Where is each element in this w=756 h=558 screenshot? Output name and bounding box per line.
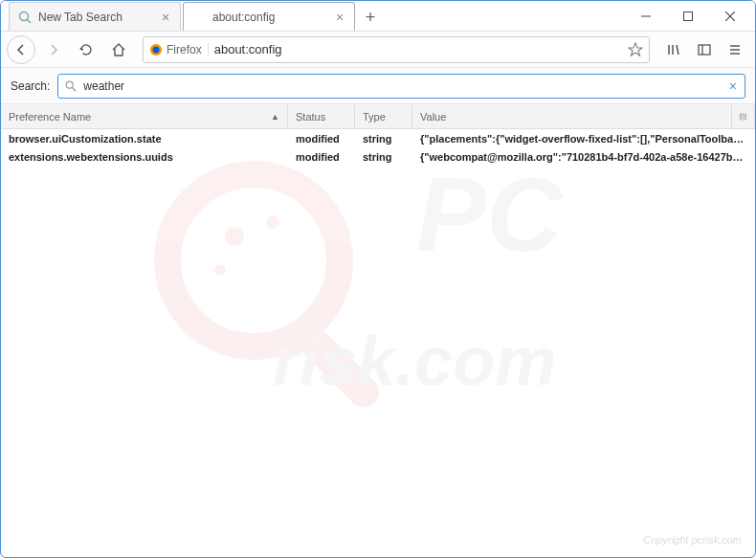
pref-name: extensions.webextensions.uuids	[1, 151, 288, 163]
pref-name: browser.uiCustomization.state	[1, 133, 288, 145]
new-tab-button[interactable]: +	[357, 4, 384, 31]
watermark: PC risk.com	[129, 126, 627, 433]
svg-rect-22	[289, 318, 385, 413]
preference-rows: browser.uiCustomization.state modified s…	[1, 129, 755, 166]
tab-newtab-search[interactable]: New Tab Search ×	[9, 2, 181, 31]
url-bar[interactable]: Firefox about:config	[143, 36, 650, 63]
table-row[interactable]: browser.uiCustomization.state modified s…	[1, 129, 755, 147]
header-preference-name[interactable]: Preference Name ▲	[1, 104, 288, 128]
forward-button[interactable]	[39, 35, 68, 64]
maximize-button[interactable]	[667, 2, 709, 31]
tab-title: New Tab Search	[38, 11, 159, 24]
tab-title: about:config	[212, 11, 333, 24]
svg-rect-11	[699, 45, 710, 55]
svg-point-23	[225, 227, 244, 246]
search-input[interactable]	[83, 79, 726, 93]
titlebar: New Tab Search × about:config × +	[1, 1, 755, 32]
search-icon	[64, 79, 78, 93]
sort-asc-icon: ▲	[271, 112, 279, 122]
svg-line-10	[677, 45, 678, 55]
close-icon[interactable]: ×	[159, 11, 172, 24]
search-icon	[17, 10, 33, 25]
table-row[interactable]: extensions.webextensions.uuids modified …	[1, 147, 755, 166]
pref-status: modified	[288, 133, 355, 145]
column-picker-button[interactable]	[732, 104, 755, 128]
window-controls	[625, 1, 755, 31]
menu-button[interactable]	[721, 35, 749, 64]
back-button[interactable]	[7, 35, 35, 64]
header-status[interactable]: Status	[288, 104, 355, 128]
svg-point-24	[266, 215, 279, 229]
search-label: Search:	[11, 79, 50, 93]
library-button[interactable]	[659, 35, 688, 64]
reload-button[interactable]	[72, 35, 100, 64]
identity-label: Firefox	[167, 43, 202, 56]
svg-text:risk.com: risk.com	[273, 323, 556, 399]
svg-text:PC: PC	[416, 155, 564, 273]
minimize-button[interactable]	[625, 2, 667, 31]
sidebar-button[interactable]	[690, 35, 719, 64]
config-search-box[interactable]: ×	[57, 74, 745, 99]
pref-status: modified	[288, 151, 355, 163]
url-text: about:config	[214, 42, 628, 56]
svg-line-17	[73, 87, 77, 91]
svg-rect-18	[741, 114, 746, 120]
clear-search-icon[interactable]: ×	[727, 78, 739, 94]
nav-toolbar: Firefox about:config	[1, 32, 755, 68]
bookmark-star-icon[interactable]	[628, 42, 643, 57]
pref-value: {"placements":{"widget-overflow-fixed-li…	[412, 133, 755, 145]
svg-rect-3	[684, 11, 693, 20]
window-close-button[interactable]	[709, 2, 751, 31]
svg-point-0	[20, 11, 29, 20]
close-icon[interactable]: ×	[333, 11, 346, 24]
toolbar-right	[659, 35, 749, 64]
svg-point-21	[167, 174, 340, 346]
copyright-text: Copyright pcrisk.com	[643, 534, 742, 546]
home-button[interactable]	[104, 35, 133, 64]
column-headers: Preference Name ▲ Status Type Value	[1, 104, 755, 129]
tab-strip: New Tab Search × about:config × +	[1, 1, 625, 31]
svg-line-1	[28, 19, 32, 23]
header-value[interactable]: Value	[412, 104, 732, 128]
svg-point-16	[67, 81, 74, 88]
svg-point-25	[214, 264, 226, 276]
pref-type: string	[355, 151, 412, 163]
header-type[interactable]: Type	[355, 104, 412, 128]
identity-box[interactable]: Firefox	[149, 43, 209, 56]
svg-point-7	[153, 46, 160, 53]
config-search-row: Search: ×	[1, 68, 755, 104]
blank-favicon	[191, 10, 207, 25]
tab-about-config[interactable]: about:config ×	[183, 2, 355, 31]
firefox-icon	[149, 43, 163, 56]
pref-type: string	[355, 133, 412, 145]
pref-value: {"webcompat@mozilla.org":"710281b4-bf7d-…	[412, 151, 755, 163]
